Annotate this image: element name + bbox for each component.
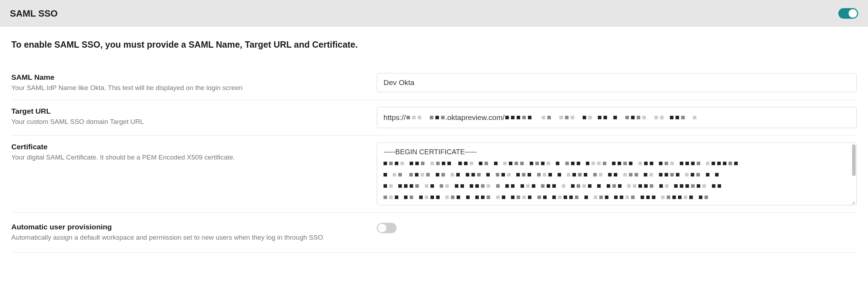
auto-provisioning-help: Automatically assign a default workspace… (11, 233, 363, 242)
field-row-auto-provisioning: Automatic user provisioning Automaticall… (11, 213, 857, 253)
field-input-col: https:// .oktapreview.com/ (377, 107, 857, 128)
target-url-prefix: https:// (384, 113, 406, 122)
page-title: SAML SSO (10, 8, 58, 19)
target-url-help: Your custom SAML SSO domain Target URL (11, 118, 363, 126)
scrollbar[interactable] (852, 144, 856, 176)
field-row-saml-name: SAML Name Your SAML IdP Name like Okta. … (11, 66, 857, 100)
content: To enable SAML SSO, you must provide a S… (0, 27, 868, 263)
target-url-mid: .oktapreview.com/ (445, 113, 505, 122)
redacted-pixels (505, 113, 696, 122)
saml-sso-toggle[interactable] (838, 8, 858, 19)
certificate-help: Your digital SAML Certificate. It should… (11, 153, 363, 162)
field-input-col (377, 73, 857, 92)
redacted-certificate-body (384, 160, 850, 200)
saml-name-input[interactable] (377, 73, 857, 92)
certificate-label: Certificate (11, 143, 363, 151)
header-bar: SAML SSO (0, 0, 868, 27)
toggle-knob (849, 9, 857, 18)
field-label-col: Certificate Your digital SAML Certificat… (11, 143, 377, 162)
field-label-col: Automatic user provisioning Automaticall… (11, 223, 377, 242)
saml-name-label: SAML Name (11, 73, 363, 82)
field-input-col: -----BEGIN CERTIFICATE----- (377, 143, 857, 205)
field-input-col (377, 223, 857, 233)
target-url-input[interactable]: https:// .oktapreview.com/ (377, 107, 857, 128)
toggle-knob (378, 224, 386, 232)
field-row-target-url: Target URL Your custom SAML SSO domain T… (11, 100, 857, 136)
redacted-pixels (406, 113, 445, 122)
auto-provisioning-toggle[interactable] (377, 223, 397, 233)
saml-name-help: Your SAML IdP Name like Okta. This text … (11, 84, 363, 92)
auto-provisioning-label: Automatic user provisioning (11, 223, 363, 231)
field-row-certificate: Certificate Your digital SAML Certificat… (11, 136, 857, 213)
resize-handle-icon[interactable] (851, 199, 856, 204)
certificate-header: -----BEGIN CERTIFICATE----- (384, 148, 850, 156)
instruction-text: To enable SAML SSO, you must provide a S… (11, 40, 857, 50)
target-url-label: Target URL (11, 107, 363, 115)
field-label-col: Target URL Your custom SAML SSO domain T… (11, 107, 377, 126)
field-label-col: SAML Name Your SAML IdP Name like Okta. … (11, 73, 377, 92)
certificate-textarea[interactable]: -----BEGIN CERTIFICATE----- (377, 143, 857, 205)
